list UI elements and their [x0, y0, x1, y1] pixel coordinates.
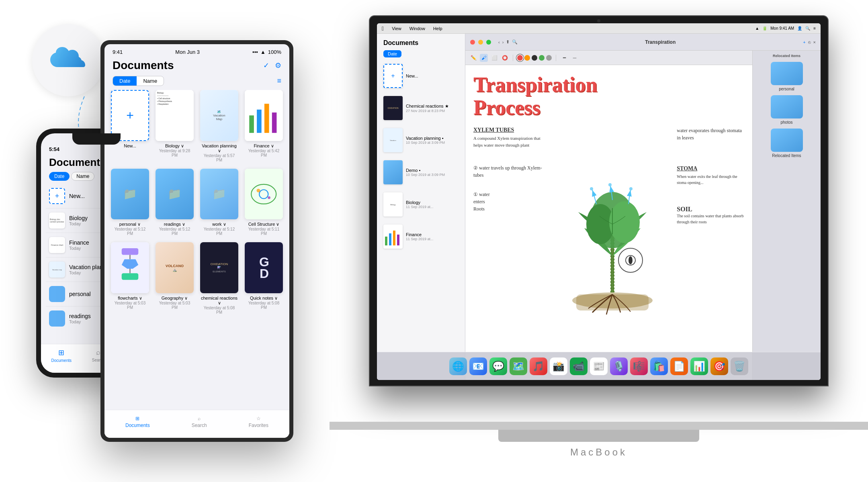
color-orange-dot[interactable] — [524, 55, 530, 61]
ipad-sort-date-btn[interactable]: Date — [113, 76, 137, 86]
dock-itunes[interactable]: 🎼 — [630, 357, 648, 375]
eraser-icon[interactable]: ⬜ — [490, 54, 498, 62]
dock-maps[interactable]: 🗺️ — [510, 357, 527, 375]
relocated-readings-folder[interactable]: Relocated Items — [756, 129, 817, 158]
mac-list-item[interactable]: + New... — [380, 61, 462, 91]
relocated-photos-folder[interactable]: photos — [756, 95, 817, 125]
color-black-dot[interactable] — [532, 55, 537, 61]
relocated-personal-folder[interactable]: personal — [756, 62, 817, 91]
plant-svg — [556, 176, 669, 329]
signal-icon: ▪▪▪ — [252, 49, 258, 55]
back-icon[interactable]: ‹ — [498, 40, 500, 45]
mac-list-item[interactable]: OXIDATION Chemical reactions ★ 27 Nov 20… — [380, 93, 462, 123]
dock-messages[interactable]: 💬 — [489, 357, 507, 375]
tab-documents[interactable]: ⊞ Documents — [51, 348, 72, 363]
readings-label: readings ∨ — [164, 222, 185, 227]
ipad-biology-doc[interactable]: Biology────────• Cell structure• Photosy… — [156, 90, 194, 162]
ipad-settings-icon[interactable]: ⚙ — [275, 61, 281, 70]
stoma-title: STOMA — [677, 165, 744, 172]
ipad-work-folder[interactable]: 📁 work ∨ Yesterday at 5:12 PM — [200, 169, 238, 236]
ipad-check-icon[interactable]: ✓ — [263, 61, 269, 70]
ipad-readings-folder[interactable]: 📁 readings ∨ Yesterday at 5:12 PM — [156, 169, 194, 236]
ipad-chem-doc[interactable]: OXIDATION⚗️ELEMENTS chemical reactions ∨… — [200, 242, 238, 315]
icloud-logo — [32, 24, 104, 96]
color-green-dot[interactable] — [539, 55, 545, 61]
share-icon[interactable]: ⬆ — [506, 39, 510, 45]
stroke-thin-icon[interactable]: ─ — [571, 54, 579, 62]
menu-view[interactable]: View — [392, 26, 401, 31]
water-evaporates-text: water evaporates through stomata in leav… — [677, 127, 744, 141]
mac-list-item[interactable]: Vacation Vacation planning • 10 Sep 2019… — [380, 125, 462, 155]
lasso-icon[interactable]: ⭕ — [501, 54, 509, 62]
tab-documents-label: Documents — [51, 358, 72, 363]
dock-trash[interactable]: 🗑️ — [731, 357, 748, 375]
mac-list-item[interactable]: Finance 11 Sep 2019 at... — [380, 221, 462, 252]
forward-icon[interactable]: › — [502, 40, 504, 45]
dock-photos[interactable]: 📸 — [550, 357, 567, 375]
ipad-geography-doc[interactable]: VOLCANO⛰️ Geography ∨ Yesterday at 5:03 … — [156, 242, 194, 315]
ipad-sort-name-btn[interactable]: Name — [137, 76, 164, 86]
dock-facetime[interactable]: 📹 — [570, 357, 588, 375]
color-red-dot[interactable] — [517, 55, 523, 61]
brush-icon[interactable]: 🖌 — [480, 54, 488, 62]
svg-point-24 — [608, 183, 612, 186]
spotlight-icon[interactable]: 🔍 — [805, 26, 810, 31]
stroke-width-icon[interactable]: ━ — [560, 54, 568, 62]
menu-window[interactable]: Window — [409, 26, 425, 31]
iphone-sort-date[interactable]: Date — [49, 172, 70, 181]
dock-appstore[interactable]: 🛍️ — [650, 357, 668, 375]
add-icon[interactable]: + — [803, 40, 805, 45]
ipad-personal-folder[interactable]: 📁 personal ∨ Yesterday at 5:12 PM — [111, 169, 149, 236]
ipad-tab-search[interactable]: ⌕ Search — [192, 416, 207, 428]
folder-inner: 📁 — [111, 169, 149, 220]
apple-menu[interactable]:  — [382, 25, 384, 32]
dock-music[interactable]: 🎵 — [530, 357, 547, 375]
iphone-time: 5:54 — [49, 146, 59, 152]
dock-finder[interactable]: 🌐 — [449, 357, 467, 375]
dock-numbers[interactable]: 📊 — [690, 357, 708, 375]
user-menu-icon[interactable]: 👤 — [797, 26, 802, 31]
transpiration-title: TranspirationProcess — [473, 73, 744, 119]
dock-mail[interactable]: 📧 — [469, 357, 487, 375]
folder-inner: 📁 — [200, 169, 238, 220]
pencil-icon[interactable]: ✏️ — [469, 54, 477, 62]
readings-folder-thumb: 📁 — [156, 169, 194, 220]
mac-list-item[interactable]: Demo • 10 Sep 2019 at 3:09 PM — [380, 157, 462, 188]
ipad-tab-documents[interactable]: ⊞ Documents — [125, 416, 150, 428]
ipad-flowcharts-doc[interactable]: flowcharts ∨ Yesterday at 5:03 PM — [111, 242, 149, 315]
ipad-title: Documents — [113, 59, 174, 72]
mac-list-item[interactable]: Biology Biology 11 Sep 2019 at... — [380, 189, 462, 220]
dock-news[interactable]: 📰 — [590, 357, 608, 375]
dock-podcasts[interactable]: 🎙️ — [610, 357, 628, 375]
maximize-button[interactable] — [486, 40, 491, 45]
vacation-thumb-content: 🗺️VacationMap — [200, 90, 238, 141]
minimize-button[interactable] — [478, 40, 483, 45]
menu-help[interactable]: Help — [433, 26, 442, 31]
iphone-notch — [72, 133, 121, 145]
ipad-vacation-doc[interactable]: 🗺️VacationMap Vacation planning ∨ Yester… — [200, 90, 238, 162]
control-center-icon[interactable]: ≡ — [813, 26, 816, 31]
search-toolbar-icon[interactable]: 🔍 — [512, 39, 518, 45]
iphone-sort-name[interactable]: Name — [71, 172, 94, 181]
close-button[interactable] — [470, 40, 475, 45]
ipad-list-view-icon[interactable]: ≡ — [277, 77, 281, 85]
battery-menu-icon[interactable]: 🔋 — [762, 26, 767, 31]
ipad-sort-group[interactable]: Date Name — [113, 76, 164, 86]
dock-pages[interactable]: 📄 — [670, 357, 688, 375]
vacation-date: Yesterday at 5:57 PM — [200, 153, 238, 162]
ipad-quick-notes-doc[interactable]: GD Quick notes ∨ Yesterday at 5:08 PM — [245, 242, 283, 315]
mac-sort-date-btn[interactable]: Date — [383, 50, 401, 57]
color-palette[interactable] — [517, 55, 552, 61]
dock-keynote[interactable]: 🎯 — [710, 357, 728, 375]
wifi-menu-icon[interactable]: ▲ — [755, 26, 759, 31]
more-icon[interactable]: × — [813, 40, 816, 45]
water-enters-text: ① waterentersRoots — [473, 191, 548, 212]
drawing-annotations-right: water evaporates through stomata in leav… — [677, 127, 744, 378]
ipad-tab-favorites[interactable]: ☆ Favorites — [249, 416, 268, 428]
ipad-finance-doc[interactable]: Finance ∨ Yesterday at 5:42 PM — [245, 90, 283, 162]
ipad-new-doc[interactable]: + New... — [111, 90, 149, 162]
ipad-cell-doc[interactable]: Cell Structure ∨ Yesterday at 5:11 PM — [245, 169, 283, 236]
color-gray-dot[interactable] — [546, 55, 552, 61]
bio-date: 11 Sep 2019 at... — [406, 205, 459, 209]
share-right-icon[interactable]: ⎋ — [808, 40, 811, 45]
